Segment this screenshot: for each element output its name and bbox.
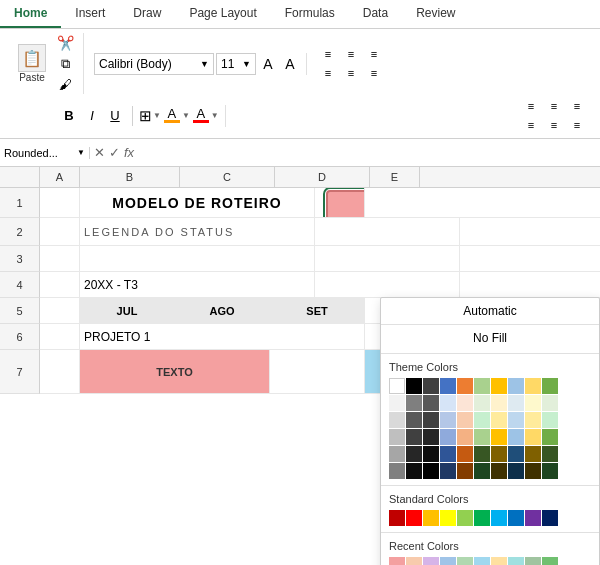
decrease-font-button[interactable]: A [280, 54, 300, 74]
increase-font-button[interactable]: A [258, 54, 278, 74]
theme-color-cell[interactable] [474, 463, 490, 479]
theme-color-cell[interactable] [542, 395, 558, 411]
theme-color-cell[interactable] [457, 463, 473, 479]
tab-review[interactable]: Review [402, 0, 469, 28]
fill-color-button[interactable]: A ▼ [163, 107, 190, 125]
theme-color-cell[interactable] [542, 463, 558, 479]
font-color-arrow[interactable]: ▼ [211, 111, 219, 120]
theme-color-cell[interactable] [440, 429, 456, 445]
theme-color-cell[interactable] [525, 395, 541, 411]
formula-input[interactable] [138, 146, 600, 160]
theme-color-cell[interactable] [525, 463, 541, 479]
cut-button[interactable]: ✂️ [54, 33, 77, 53]
recent-color-cell[interactable] [406, 557, 422, 565]
italic-button[interactable]: I [81, 105, 103, 127]
automatic-color-button[interactable]: Automatic [381, 298, 599, 325]
theme-color-cell[interactable] [508, 378, 524, 394]
recent-color-cell[interactable] [491, 557, 507, 565]
cell-b7-texto[interactable]: TEXTO [80, 350, 270, 393]
borders-button[interactable]: ⊞ ▼ [139, 107, 161, 125]
cell-a5[interactable] [40, 298, 80, 323]
theme-color-cell[interactable] [440, 395, 456, 411]
recent-color-cell[interactable] [423, 557, 439, 565]
insert-function-icon[interactable]: fx [124, 145, 134, 160]
fill-color-arrow[interactable]: ▼ [182, 111, 190, 120]
align-bottom-button[interactable]: ≡ [363, 45, 385, 63]
theme-color-cell[interactable] [440, 446, 456, 462]
theme-color-cell[interactable] [525, 378, 541, 394]
theme-color-cell[interactable] [457, 446, 473, 462]
row-header-1[interactable]: 1 [0, 188, 40, 218]
cell-d2[interactable] [315, 218, 460, 245]
theme-color-cell[interactable] [508, 412, 524, 428]
col-header-e[interactable]: E [370, 167, 420, 187]
theme-color-cell[interactable] [389, 429, 405, 445]
theme-color-cell[interactable] [457, 412, 473, 428]
row-header-6[interactable]: 6 [0, 324, 40, 350]
tab-home[interactable]: Home [0, 0, 61, 28]
align-justify-1[interactable]: ≡ [520, 116, 542, 134]
recent-color-cell[interactable] [508, 557, 524, 565]
cell-c7-empty[interactable] [270, 350, 365, 393]
font-color-button[interactable]: A ▼ [192, 107, 219, 125]
col-header-d[interactable]: D [275, 167, 370, 187]
recent-color-cell[interactable] [525, 557, 541, 565]
align-left-button[interactable]: ≡ [317, 64, 339, 82]
theme-color-cell[interactable] [474, 412, 490, 428]
theme-color-cell[interactable] [389, 446, 405, 462]
theme-color-cell[interactable] [457, 429, 473, 445]
theme-color-cell[interactable] [491, 412, 507, 428]
paste-button[interactable]: 📋 Paste [12, 42, 52, 85]
theme-color-cell[interactable] [406, 412, 422, 428]
row-header-7[interactable]: 7 [0, 350, 40, 394]
standard-color-cell[interactable] [542, 510, 558, 526]
tab-insert[interactable]: Insert [61, 0, 119, 28]
theme-color-cell[interactable] [423, 463, 439, 479]
theme-color-cell[interactable] [542, 429, 558, 445]
cell-b6[interactable]: PROJETO 1 [80, 324, 365, 349]
theme-color-cell[interactable] [440, 412, 456, 428]
theme-color-cell[interactable] [474, 395, 490, 411]
cell-b1[interactable]: MODELO DE ROTEIRO [80, 188, 315, 217]
row-header-3[interactable]: 3 [0, 246, 40, 272]
col-header-a[interactable]: A [40, 167, 80, 187]
recent-color-cell[interactable] [474, 557, 490, 565]
theme-color-cell[interactable] [491, 429, 507, 445]
theme-color-cell[interactable] [542, 412, 558, 428]
cell-b5[interactable]: JUL [80, 298, 175, 323]
theme-color-cell[interactable] [423, 429, 439, 445]
align-center-2[interactable]: ≡ [543, 97, 565, 115]
standard-color-cell[interactable] [474, 510, 490, 526]
theme-color-cell[interactable] [508, 446, 524, 462]
cell-a1[interactable] [40, 188, 80, 217]
theme-color-cell[interactable] [389, 463, 405, 479]
font-size-dropdown[interactable]: 11 ▼ [216, 53, 256, 75]
theme-color-cell[interactable] [440, 463, 456, 479]
no-fill-button[interactable]: No Fill [381, 325, 599, 351]
theme-color-cell[interactable] [389, 412, 405, 428]
col-header-c[interactable]: C [180, 167, 275, 187]
theme-color-cell[interactable] [423, 412, 439, 428]
theme-color-cell[interactable] [389, 395, 405, 411]
cell-a4[interactable] [40, 272, 80, 297]
theme-color-cell[interactable] [423, 446, 439, 462]
align-center-button[interactable]: ≡ [340, 64, 362, 82]
tab-page-layout[interactable]: Page Layout [175, 0, 270, 28]
align-right-2[interactable]: ≡ [566, 97, 588, 115]
theme-color-cell[interactable] [525, 412, 541, 428]
tab-formulas[interactable]: Formulas [271, 0, 349, 28]
row-header-4[interactable]: 4 [0, 272, 40, 298]
align-justify-3[interactable]: ≡ [566, 116, 588, 134]
theme-color-cell[interactable] [542, 446, 558, 462]
standard-color-cell[interactable] [440, 510, 456, 526]
theme-color-cell[interactable] [525, 446, 541, 462]
recent-color-cell[interactable] [389, 557, 405, 565]
theme-color-cell[interactable] [508, 463, 524, 479]
tab-draw[interactable]: Draw [119, 0, 175, 28]
cell-d5[interactable]: SET [270, 298, 365, 323]
theme-color-cell[interactable] [423, 395, 439, 411]
theme-color-cell[interactable] [457, 395, 473, 411]
standard-color-cell[interactable] [389, 510, 405, 526]
theme-color-cell[interactable] [508, 429, 524, 445]
standard-color-cell[interactable] [406, 510, 422, 526]
